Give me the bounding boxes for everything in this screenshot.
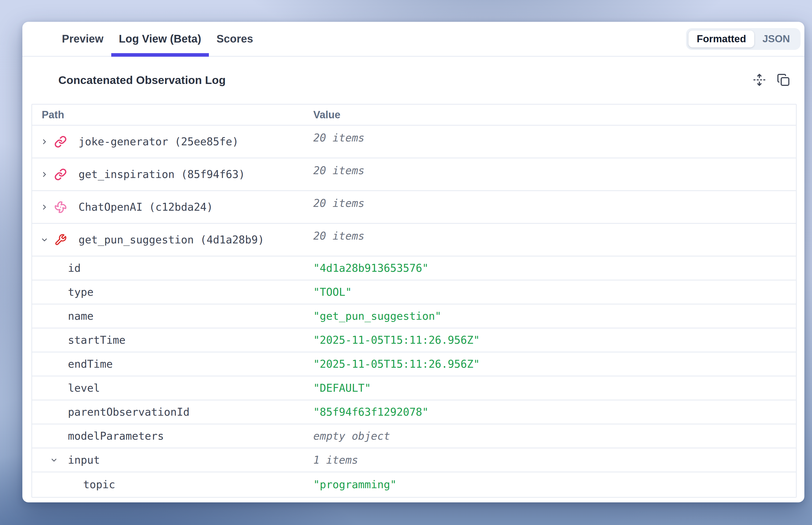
view-format-toggle: FormattedJSON xyxy=(686,28,800,50)
expand-collapse-all-button[interactable] xyxy=(753,74,766,87)
value-string: "85f94f63f1292078" xyxy=(313,406,429,418)
table-body: joke-generator (25ee85fe)20 itemsget_ins… xyxy=(32,126,796,496)
table-row-endTime[interactable]: endTime"2025-11-05T15:11:26.956Z" xyxy=(32,352,796,376)
path-label: startTime xyxy=(68,334,126,346)
tab-list: PreviewLog View (Beta)Scores xyxy=(54,22,261,56)
table-header-row: Path Value xyxy=(32,105,796,126)
value-cell: "DEFAULT" xyxy=(313,376,796,400)
panel-title: Concatenated Observation Log xyxy=(58,74,226,87)
copy-icon xyxy=(777,73,790,88)
value-cell: "85f94f63f1292078" xyxy=(313,401,796,424)
value-cell: "programming" xyxy=(313,472,796,496)
path-label: topic xyxy=(83,478,115,491)
value-cell: 20 items xyxy=(313,159,796,190)
table-row-level[interactable]: level"DEFAULT" xyxy=(32,376,796,401)
value-cell: "TOOL" xyxy=(313,281,796,304)
wrench-icon xyxy=(54,234,67,246)
path-label: modelParameters xyxy=(68,430,164,442)
value-summary: empty object xyxy=(313,430,390,442)
path-cell: startTime xyxy=(32,328,313,351)
table-row-name[interactable]: name"get_pun_suggestion" xyxy=(32,304,796,328)
value-summary: 1 items xyxy=(313,454,358,466)
chevron-down-icon[interactable] xyxy=(50,456,58,464)
value-string: "get_pun_suggestion" xyxy=(313,310,441,322)
value-cell: "4d1a28b913653576" xyxy=(313,256,796,280)
toggle-option-json[interactable]: JSON xyxy=(754,31,798,47)
tabs-bar: PreviewLog View (Beta)Scores FormattedJS… xyxy=(23,22,804,57)
column-header-path: Path xyxy=(32,109,313,121)
unfold-vertical-icon xyxy=(753,73,766,88)
path-label: endTime xyxy=(68,358,113,370)
table-row-input[interactable]: input1 items xyxy=(32,448,796,472)
path-label: get_inspiration (85f94f63) xyxy=(78,168,245,180)
link-icon xyxy=(54,168,67,181)
table-row-type[interactable]: type"TOOL" xyxy=(32,281,796,304)
path-cell: get_inspiration (85f94f63) xyxy=(32,159,313,190)
panel-header: Concatenated Observation Log xyxy=(23,57,804,104)
value-summary: 20 items xyxy=(313,132,365,144)
value-summary: 20 items xyxy=(313,197,365,209)
value-summary: 20 items xyxy=(313,230,365,242)
value-cell: "get_pun_suggestion" xyxy=(313,304,796,328)
chevron-right-icon[interactable] xyxy=(40,203,48,211)
path-cell: parentObservationId xyxy=(32,401,313,424)
path-cell: type xyxy=(32,281,313,304)
path-label: joke-generator (25ee85fe) xyxy=(78,135,239,148)
column-header-value: Value xyxy=(313,109,796,121)
toggle-option-formatted[interactable]: Formatted xyxy=(689,31,754,47)
value-cell: 20 items xyxy=(313,191,796,223)
table-row-startTime[interactable]: startTime"2025-11-05T15:11:26.956Z" xyxy=(32,328,796,352)
chevron-right-icon[interactable] xyxy=(40,138,48,146)
table-row-get-pun-suggestion-4d1a28b9-[interactable]: get_pun_suggestion (4d1a28b9)20 items xyxy=(32,224,796,256)
path-cell: get_pun_suggestion (4d1a28b9) xyxy=(32,224,313,256)
table-row-topic[interactable]: topic"programming" xyxy=(32,472,796,496)
path-label: ChatOpenAI (c12bda24) xyxy=(78,201,213,213)
value-cell: 20 items xyxy=(313,224,796,256)
path-label: name xyxy=(68,310,93,322)
path-label: get_pun_suggestion (4d1a28b9) xyxy=(78,234,264,246)
log-view-card: PreviewLog View (Beta)Scores FormattedJS… xyxy=(23,22,804,502)
chevron-right-icon[interactable] xyxy=(40,170,48,179)
path-label: id xyxy=(68,262,81,274)
value-string: "2025-11-05T15:11:26.956Z" xyxy=(313,358,479,370)
chevron-down-icon[interactable] xyxy=(40,236,48,244)
path-cell: joke-generator (25ee85fe) xyxy=(32,126,313,158)
table-row-id[interactable]: id"4d1a28b913653576" xyxy=(32,256,796,281)
path-cell: name xyxy=(32,304,313,328)
tab-preview[interactable]: Preview xyxy=(54,22,111,56)
copy-log-button[interactable] xyxy=(777,74,790,87)
path-cell: id xyxy=(32,256,313,280)
value-cell: 1 items xyxy=(313,448,796,471)
panel-header-actions xyxy=(753,74,790,87)
table-row-get-inspiration-85f94f63-[interactable]: get_inspiration (85f94f63)20 items xyxy=(32,159,796,191)
path-label: level xyxy=(68,382,100,394)
value-cell: 20 items xyxy=(313,126,796,158)
path-cell: ChatOpenAI (c12bda24) xyxy=(32,191,313,223)
path-cell: endTime xyxy=(32,352,313,376)
value-cell: "2025-11-05T15:11:26.956Z" xyxy=(313,352,796,376)
link-icon xyxy=(54,135,67,148)
table-row-ChatOpenAI-c12bda24-[interactable]: ChatOpenAI (c12bda24)20 items xyxy=(32,191,796,224)
table-row-modelParameters[interactable]: modelParametersempty object xyxy=(32,424,796,448)
tab-scores[interactable]: Scores xyxy=(209,22,261,56)
path-cell: topic xyxy=(32,472,313,496)
value-string: "DEFAULT" xyxy=(313,382,371,394)
fan-icon xyxy=(54,201,67,213)
observation-log-table: Path Value joke-generator (25ee85fe)20 i… xyxy=(31,104,797,498)
value-cell: empty object xyxy=(313,424,796,448)
table-row-parentObservationId[interactable]: parentObservationId"85f94f63f1292078" xyxy=(32,401,796,424)
table-row-joke-generator-25ee85fe-[interactable]: joke-generator (25ee85fe)20 items xyxy=(32,126,796,159)
path-cell: level xyxy=(32,376,313,400)
value-string: "programming" xyxy=(313,478,397,491)
path-label: type xyxy=(68,286,93,298)
value-string: "TOOL" xyxy=(313,286,352,298)
path-label: input xyxy=(68,454,100,466)
path-cell: input xyxy=(32,448,313,471)
path-label: parentObservationId xyxy=(68,406,190,418)
value-cell: "2025-11-05T15:11:26.956Z" xyxy=(313,328,796,351)
value-summary: 20 items xyxy=(313,164,365,177)
path-cell: modelParameters xyxy=(32,424,313,448)
value-string: "4d1a28b913653576" xyxy=(313,262,429,274)
value-string: "2025-11-05T15:11:26.956Z" xyxy=(313,334,479,346)
tab-log-view-beta[interactable]: Log View (Beta) xyxy=(111,22,209,56)
